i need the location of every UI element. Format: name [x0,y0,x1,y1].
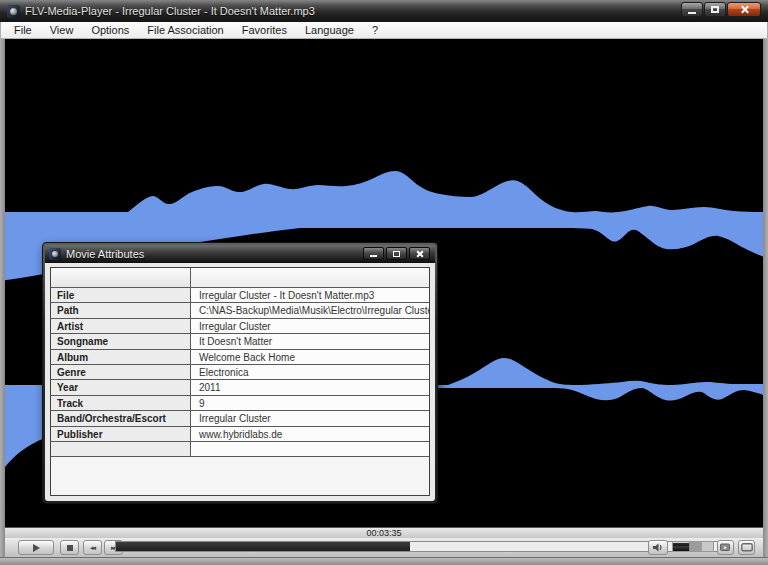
dialog-icon [49,248,61,260]
close-icon [416,250,424,258]
seek-bar-fill [116,542,410,551]
table-footer-area [51,457,429,495]
video-window-button[interactable] [717,540,734,555]
table-header-row [51,268,429,288]
maximize-icon [711,6,719,13]
dialog-close-button[interactable] [409,247,430,260]
menu-item[interactable]: Options [82,23,138,37]
attribute-value: Irregular Cluster [191,319,429,333]
menu-item[interactable]: ? [363,23,387,37]
window-title: FLV-Media-Player - Irregular Cluster - I… [25,5,315,17]
mute-button[interactable] [648,540,668,555]
attribute-label: Path [51,303,191,317]
table-row: Artist Irregular Cluster [51,319,429,334]
attribute-label: Artist [51,319,191,333]
attribute-label: Publisher [51,427,191,441]
play-button[interactable] [18,540,54,555]
dialog-maximize-button[interactable] [386,247,407,260]
rewind-icon: ◂◂ [90,544,95,551]
fullscreen-icon [741,543,753,552]
minimize-icon [688,12,696,14]
window-controls [681,2,761,17]
table-row [51,442,429,457]
menubar: File View Options File Association Favor… [1,22,767,39]
table-row: File Irregular Cluster - It Doesn't Matt… [51,288,429,303]
transport-bar: ◂◂ ▸▸ [5,538,763,557]
window-border-bottom [0,557,768,565]
minimize-button[interactable] [681,2,703,17]
attribute-label: Track [51,396,191,410]
dialog-window-controls [363,247,430,260]
table-row: Band/Orchestra/Escort Irregular Cluster [51,411,429,426]
volume-handle[interactable] [689,542,702,551]
attribute-label: File [51,288,191,302]
table-row: Track 9 [51,396,429,411]
header-value-cell [191,268,429,287]
attribute-value: www.hybridlabs.de [191,427,429,441]
close-button[interactable] [727,2,761,17]
attribute-value: C:\NAS-Backup\Media\Musik\Electro\Irregu… [191,303,429,317]
attribute-value [191,442,429,456]
dialog-title: Movie Attributes [66,248,144,260]
menu-item[interactable]: Language [296,23,363,37]
stop-icon [67,545,73,551]
stop-button[interactable] [60,540,79,555]
table-row: Publisher www.hybridlabs.de [51,427,429,442]
table-row: Album Welcome Back Home [51,350,429,365]
menu-item[interactable]: File Association [138,23,232,37]
close-icon [740,5,749,14]
table-row: Path C:\NAS-Backup\Media\Musik\Electro\I… [51,303,429,318]
attribute-label: Band/Orchestra/Escort [51,411,191,425]
maximize-button[interactable] [704,2,726,17]
fullscreen-button[interactable] [738,540,755,555]
attribute-label: Year [51,380,191,394]
attribute-label: Genre [51,365,191,379]
play-icon [33,544,40,552]
volume-fill [673,542,689,551]
menu-item[interactable]: View [41,23,83,37]
app-icon [7,5,20,18]
window-border-left [0,22,5,565]
attribute-value: Welcome Back Home [191,350,429,364]
header-label-cell [51,268,191,287]
table-row: Genre Electronica [51,365,429,380]
attribute-label [51,442,191,456]
volume-slider[interactable] [672,541,714,552]
dialog-titlebar[interactable]: Movie Attributes [45,245,435,263]
attributes-table: File Irregular Cluster - It Doesn't Matt… [50,267,430,496]
rewind-button[interactable]: ◂◂ [83,540,102,555]
app-window: FLV-Media-Player - Irregular Cluster - I… [0,0,768,565]
menu-item[interactable]: Favorites [233,23,296,37]
attribute-label: Songname [51,334,191,348]
attribute-value: It Doesn't Matter [191,334,429,348]
movie-attributes-dialog: Movie Attributes File Irregular [42,242,438,504]
attribute-value: 2011 [191,380,429,394]
table-row: Songname It Doesn't Matter [51,334,429,349]
attribute-label: Album [51,350,191,364]
attribute-value: Electronica [191,365,429,379]
dialog-body: File Irregular Cluster - It Doesn't Matt… [45,263,435,501]
attribute-value: Irregular Cluster - It Doesn't Matter.mp… [191,288,429,302]
minimize-icon [370,255,377,257]
dialog-minimize-button[interactable] [363,247,384,260]
menu-item[interactable]: File [5,23,41,37]
attribute-value: Irregular Cluster [191,411,429,425]
window-border-right [763,22,768,565]
seek-bar[interactable] [115,541,730,552]
time-display-bar: 00:03:35 [5,527,763,538]
elapsed-time: 00:03:35 [366,528,401,538]
attribute-value: 9 [191,396,429,410]
titlebar[interactable]: FLV-Media-Player - Irregular Cluster - I… [0,0,768,22]
maximize-icon [393,251,400,257]
speaker-icon [652,542,664,553]
video-screen-icon [720,543,731,553]
table-row: Year 2011 [51,380,429,395]
